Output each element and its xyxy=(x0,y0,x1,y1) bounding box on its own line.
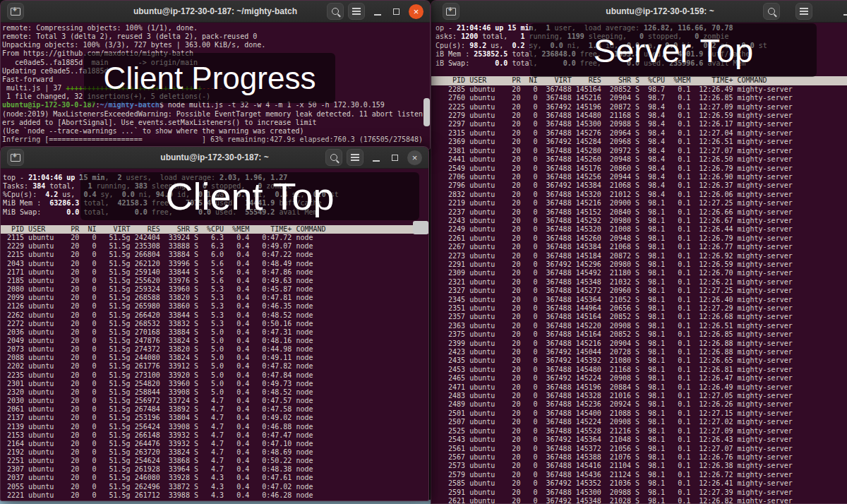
process-row: 2237 ubuntu 20 0 367488 145152 20840 S 9… xyxy=(435,208,847,217)
process-row: 2375 ubuntu 20 0 367488 145164 20852 S 9… xyxy=(435,330,847,339)
process-row: 2202 ubuntu 20 0 51.5g 261776 33912 S 5.… xyxy=(3,362,428,371)
process-row: 2171 ubuntu 20 0 51.5g 259140 33844 S 5.… xyxy=(3,268,428,277)
process-row: 2192 ubuntu 20 0 51.5g 263720 33824 S 4.… xyxy=(3,448,428,457)
client-progress-terminal-window: ubuntu@ip-172-30-0-187: ~/mighty-batch r… xyxy=(0,0,431,150)
process-row: 2030 ubuntu 20 0 51.5g 256972 33724 S 4.… xyxy=(3,397,428,405)
process-row: 2543 ubuntu 20 0 367492 145364 21048 S 9… xyxy=(435,436,847,444)
process-row: 2055 ubuntu 20 0 51.5g 262496 33872 S 4.… xyxy=(3,483,428,491)
minimize-button[interactable] xyxy=(368,149,385,166)
client-progress-titlebar[interactable]: ubuntu@ip-172-30-0-187: ~/mighty-batch xyxy=(1,1,430,23)
process-row: 2369 ubuntu 20 0 367492 145284 20968 S 9… xyxy=(435,138,847,146)
process-row: 2381 ubuntu 20 0 367488 145280 20972 S 9… xyxy=(435,147,847,155)
process-row: 2399 ubuntu 20 0 367488 145216 20904 S 9… xyxy=(435,340,847,348)
process-row: 2501 ubuntu 20 0 367488 145400 21088 S 9… xyxy=(435,409,847,418)
scrollbar-thumb[interactable] xyxy=(424,98,430,126)
process-row: 2471 ubuntu 20 0 367488 145196 20884 S 9… xyxy=(435,383,847,392)
process-row: 2243 ubuntu 20 0 367488 145292 20980 S 9… xyxy=(435,217,847,225)
new-tab-icon xyxy=(11,8,20,16)
process-row: 2115 ubuntu 20 0 51.5g 242404 33924 S 6.… xyxy=(3,234,428,242)
maximize-button[interactable] xyxy=(386,149,403,166)
process-row: 2453 ubuntu 20 0 367488 145480 21168 S 9… xyxy=(435,366,847,374)
process-row: 2423 ubuntu 20 0 367492 145044 20728 S 9… xyxy=(435,348,847,356)
process-row: 2363 ubuntu 20 0 367488 145220 20908 S 9… xyxy=(435,322,847,330)
new-tab-button[interactable] xyxy=(7,149,24,166)
menu-button[interactable] xyxy=(348,3,365,20)
process-row: 2061 ubuntu 20 0 51.5g 267484 33892 S 4.… xyxy=(3,405,428,414)
process-row: 2567 ubuntu 20 0 367488 145388 21076 S 9… xyxy=(435,453,847,462)
process-row: 2579 ubuntu 20 0 367488 145436 21124 S 9… xyxy=(435,471,847,479)
client-top-overlay-label: Client Top xyxy=(80,172,419,220)
process-row: 2320 ubuntu 20 0 51.5g 258844 33908 S 5.… xyxy=(3,388,428,397)
terminal-line: Unpacking objects: 100% (3/3), 727 bytes… xyxy=(2,41,430,49)
search-button[interactable] xyxy=(763,3,780,20)
process-row: 2327 ubuntu 20 0 367488 145272 20960 S 9… xyxy=(435,287,847,295)
process-row: 2315 ubuntu 20 0 367488 145276 20964 S 9… xyxy=(435,129,847,138)
client-top-terminal-window: ubuntu@ip-172-30-0-187: ~ top - 21:04:46… xyxy=(0,146,429,501)
minimize-button[interactable] xyxy=(839,3,847,20)
process-row: 2225 ubuntu 20 0 367492 145196 20872 S 9… xyxy=(435,103,847,112)
menu-button[interactable] xyxy=(347,149,364,166)
process-row: 2549 ubuntu 20 0 367488 145176 20860 S 9… xyxy=(435,164,847,173)
process-row: 2525 ubuntu 20 0 367488 145528 21216 S 9… xyxy=(435,427,847,436)
process-row: 2760 ubuntu 20 0 367488 145216 20904 S 9… xyxy=(435,94,847,102)
process-row: 2273 ubuntu 20 0 367488 145184 20872 S 9… xyxy=(435,252,847,260)
search-icon xyxy=(330,154,337,161)
maximize-icon xyxy=(392,155,398,161)
process-row: 2036 ubuntu 20 0 51.5g 270168 33884 S 5.… xyxy=(3,328,428,337)
new-tab-button[interactable] xyxy=(443,3,459,20)
process-table-header: PID USER PR NI VIRT RES SHR S %CPU %MEM … xyxy=(1,225,428,234)
client-progress-overlay-label: Client Progress xyxy=(84,53,335,103)
close-button[interactable] xyxy=(409,4,424,19)
minimize-button[interactable] xyxy=(369,3,386,20)
process-row: 2483 ubuntu 20 0 367488 145328 21016 S 9… xyxy=(435,392,847,400)
process-row: 2139 ubuntu 20 0 51.5g 256424 33908 S 4.… xyxy=(3,423,428,431)
client-top-titlebar[interactable]: ubuntu@ip-172-30-0-187: ~ xyxy=(1,147,428,169)
process-row: 2153 ubuntu 20 0 51.5g 266148 33932 S 4.… xyxy=(3,431,428,440)
process-row: 2126 ubuntu 20 0 51.5g 265980 33860 S 5.… xyxy=(3,302,428,311)
process-row: 2261 ubuntu 20 0 367488 145260 20948 S 9… xyxy=(435,234,847,243)
process-row: 2099 ubuntu 20 0 51.5g 268588 33820 S 5.… xyxy=(3,294,428,302)
close-button[interactable] xyxy=(407,150,422,165)
window-title: ubuntu@ip-172-30-0-159: ~ xyxy=(474,1,846,22)
process-row: 2591 ubuntu 20 0 367488 145300 20988 S 9… xyxy=(435,488,847,497)
terminal-line: ers added to [AbortSignal]. Use events.s… xyxy=(2,119,430,127)
terminal-line: (Use `node --trace-warnings ...` to show… xyxy=(2,127,430,136)
menu-button[interactable] xyxy=(795,3,812,20)
process-row: 2285 ubuntu 20 0 367488 145164 20852 S 9… xyxy=(435,85,847,94)
process-row: 2088 ubuntu 20 0 51.5g 244080 33824 S 5.… xyxy=(3,354,428,362)
process-row: 2351 ubuntu 20 0 367488 144964 20656 S 9… xyxy=(435,304,847,313)
server-terminal-window: ubuntu@ip-172-30-0-159: ~ op - 21:04:46 … xyxy=(431,0,847,504)
process-row: 2049 ubuntu 20 0 51.5g 247876 33824 S 5.… xyxy=(3,337,428,345)
maximize-button[interactable] xyxy=(388,3,404,20)
server-titlebar[interactable]: ubuntu@ip-172-30-0-159: ~ xyxy=(431,1,847,23)
search-icon xyxy=(768,8,775,15)
server-top-output: op - 21:04:46 up 15 min, 1 user, load av… xyxy=(431,22,847,503)
process-row: 2037 ubuntu 20 0 51.5g 246080 33928 S 4.… xyxy=(3,474,428,482)
process-row: 2291 ubuntu 20 0 367492 145296 20980 S 9… xyxy=(435,260,847,269)
process-row: 2073 ubuntu 20 0 51.5g 274372 33820 S 5.… xyxy=(3,345,428,354)
search-button[interactable] xyxy=(325,149,342,166)
process-row: 2221 ubuntu 20 0 51.5g 261712 33988 S 4.… xyxy=(3,491,428,500)
process-row: 2321 ubuntu 20 0 367488 145348 21032 S 9… xyxy=(435,278,847,287)
terminal-line: (node:2019) MaxListenersExceededWarning:… xyxy=(2,110,430,119)
process-row: 2706 ubuntu 20 0 367488 145256 20944 S 9… xyxy=(435,173,847,181)
process-row: 2080 ubuntu 20 0 51.5g 259324 33960 S 5.… xyxy=(3,285,428,294)
process-row: 2262 ubuntu 20 0 51.5g 266420 33844 S 5.… xyxy=(3,311,428,320)
process-row: 2489 ubuntu 20 0 367488 145236 20924 S 9… xyxy=(435,400,847,409)
search-button[interactable] xyxy=(327,3,344,20)
process-row: 2137 ubuntu 20 0 51.5g 253196 33804 S 4.… xyxy=(3,414,428,422)
process-row: 2251 ubuntu 20 0 51.5g 254624 33868 S 4.… xyxy=(3,457,428,465)
menu-icon xyxy=(351,157,359,158)
new-tab-button[interactable] xyxy=(7,3,24,20)
process-row: 2043 ubuntu 20 0 51.5g 262120 33996 S 5.… xyxy=(3,260,428,268)
process-row: 2215 ubuntu 20 0 51.5g 266804 33884 S 6.… xyxy=(3,251,428,259)
process-row: 2307 ubuntu 20 0 51.5g 261928 33964 S 4.… xyxy=(3,465,428,474)
process-row: 2441 ubuntu 20 0 367488 145260 20948 S 9… xyxy=(435,155,847,164)
process-row: 2235 ubuntu 20 0 51.5g 273100 33920 S 5.… xyxy=(3,371,428,380)
process-row: 2573 ubuntu 20 0 367488 145416 21104 S 9… xyxy=(435,462,847,470)
process-row: 2301 ubuntu 20 0 51.5g 254820 33960 S 5.… xyxy=(3,380,428,388)
process-row: 2309 ubuntu 20 0 367488 145492 21180 S 9… xyxy=(435,269,847,277)
scrollbar-thumb[interactable] xyxy=(413,221,428,234)
server-top-overlay-label: Server Top xyxy=(530,23,817,77)
process-row: 2832 ubuntu 20 0 367488 145320 21012 S 9… xyxy=(435,191,847,199)
